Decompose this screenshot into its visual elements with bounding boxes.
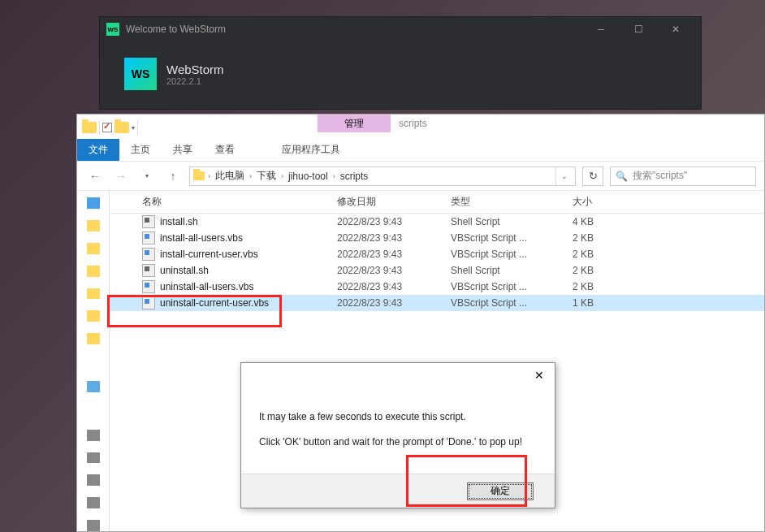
nav-recent-button[interactable]: ▾ [137,167,157,186]
search-input[interactable]: 🔍 搜索"scripts" [610,167,756,186]
file-date: 2022/8/23 9:43 [337,216,451,227]
sidebar-thispc-icon[interactable] [87,430,100,441]
webstorm-titlebar: WS Welcome to WebStorm ─ ☐ ✕ [100,17,701,41]
script-dialog: ✕ It may take a few seconds to execute t… [240,362,555,508]
nav-up-button[interactable]: ↑ [163,167,183,186]
chevron-right-icon[interactable]: › [206,172,212,180]
file-name: uninstall.sh [160,265,337,276]
column-headers: 名称 修改日期 类型 大小 [110,191,764,214]
file-rows: install.sh2022/8/23 9:43Shell Script4 KB… [110,214,764,311]
file-icon [142,264,155,277]
sidebar-item-icon[interactable] [87,497,100,508]
file-size: 2 KB [573,232,638,244]
file-date: 2022/8/23 9:43 [337,297,451,309]
file-type: Shell Script [451,216,573,227]
chevron-down-icon[interactable]: ▾ [132,124,135,132]
explorer-address-bar: ← → ▾ ↑ › 此电脑 › 下载 › jihuo-tool › script… [77,162,764,191]
close-button[interactable]: ✕ [657,17,694,41]
column-type[interactable]: 类型 [451,195,573,209]
file-row[interactable]: install-all-users.vbs2022/8/23 9:43VBScr… [110,230,764,246]
column-size[interactable]: 大小 [573,195,638,209]
nav-back-button[interactable]: ← [85,167,105,186]
webstorm-icon-small: WS [106,23,119,36]
file-type: VBScript Script ... [451,281,573,292]
folder-icon [193,171,205,180]
dialog-close-button[interactable]: ✕ [529,366,550,384]
file-date: 2022/8/23 9:43 [337,281,451,292]
file-size: 2 KB [573,281,638,292]
file-size: 1 KB [573,297,638,309]
ribbon-view[interactable]: 查看 [204,139,246,161]
breadcrumb-seg[interactable]: 此电脑 [214,169,246,183]
file-row[interactable]: uninstall-current-user.vbs2022/8/23 9:43… [110,295,764,311]
dialog-ok-button[interactable]: 确定 [467,482,534,500]
ribbon-share[interactable]: 共享 [162,139,204,161]
file-row[interactable]: install-current-user.vbs2022/8/23 9:43VB… [110,246,764,262]
file-row[interactable]: install.sh2022/8/23 9:43Shell Script4 KB [110,214,764,230]
file-name: install-current-user.vbs [160,249,337,260]
search-icon: 🔍 [616,171,628,182]
file-icon [142,296,155,309]
ribbon-home[interactable]: 主页 [119,139,162,161]
webstorm-window: WS Welcome to WebStorm ─ ☐ ✕ WS WebStorm… [99,16,702,110]
file-type: VBScript Script ... [451,297,573,309]
file-icon [142,248,155,261]
folder-icon[interactable] [115,122,129,133]
nav-forward-button[interactable]: → [111,167,131,186]
file-type: VBScript Script ... [451,249,573,260]
dialog-text-2: Click 'OK' button and wait for the promp… [259,435,537,449]
dialog-footer: 确定 [241,474,555,508]
quick-check-icon[interactable] [102,123,112,132]
address-box[interactable]: › 此电脑 › 下载 › jihuo-tool › scripts ⌄ [189,167,576,186]
sidebar-folder-icon[interactable] [87,266,100,277]
webstorm-body: WS WebStorm 2022.2.1 [100,41,701,106]
breadcrumb-seg[interactable]: scripts [339,171,370,182]
ribbon-file[interactable]: 文件 [77,139,119,161]
breadcrumb-seg[interactable]: jihuo-tool [287,171,330,182]
sidebar-folder-icon[interactable] [87,310,100,322]
file-name: uninstall-all-users.vbs [160,281,337,292]
file-size: 2 KB [573,249,638,260]
file-row[interactable]: uninstall-all-users.vbs2022/8/23 9:43VBS… [110,279,764,295]
refresh-button[interactable]: ↻ [582,167,603,186]
chevron-right-icon[interactable]: › [331,172,337,180]
sidebar-folder-icon[interactable] [87,243,100,254]
ribbon-apptools[interactable]: 应用程序工具 [270,139,352,161]
explorer-sidebar [77,191,110,531]
file-icon [142,280,155,293]
column-date[interactable]: 修改日期 [337,195,451,209]
sidebar-folder-icon[interactable] [87,333,100,344]
file-icon [142,215,155,228]
dialog-text-1: It may take a few seconds to execute thi… [259,410,537,424]
webstorm-name: WebStorm [166,63,224,76]
chevron-right-icon[interactable]: › [248,172,253,180]
sidebar-item-icon[interactable] [87,474,100,486]
tab-scripts-label: scripts [399,118,427,129]
file-date: 2022/8/23 9:43 [337,249,451,260]
file-size: 2 KB [573,265,638,276]
sidebar-folder-icon[interactable] [87,288,100,300]
chevron-right-icon[interactable]: › [279,172,285,180]
webstorm-version: 2022.2.1 [166,76,224,86]
sidebar-item-icon[interactable] [87,452,100,464]
webstorm-title: Welcome to WebStorm [126,24,582,35]
file-name: install-all-users.vbs [160,232,337,244]
sidebar-onedrive-icon[interactable] [87,381,100,392]
file-name: uninstall-current-user.vbs [160,297,337,309]
file-icon [142,231,155,244]
folder-icon[interactable] [82,122,97,133]
column-name[interactable]: 名称 [142,195,337,209]
sidebar-item-icon[interactable] [87,520,100,531]
tab-manage[interactable]: 管理 [318,115,391,132]
sidebar-folder-icon[interactable] [87,220,100,231]
breadcrumb-seg[interactable]: 下载 [255,169,278,183]
divider [137,120,138,135]
file-row[interactable]: uninstall.sh2022/8/23 9:43Shell Script2 … [110,262,764,279]
maximize-button[interactable]: ☐ [620,17,657,41]
address-dropdown[interactable]: ⌄ [555,167,572,185]
file-type: VBScript Script ... [451,232,573,244]
sidebar-quickaccess-icon[interactable] [87,197,100,209]
explorer-ribbon: 文件 主页 共享 查看 应用程序工具 [77,141,764,162]
minimize-button[interactable]: ─ [582,17,620,41]
dialog-body: It may take a few seconds to execute thi… [241,363,555,449]
